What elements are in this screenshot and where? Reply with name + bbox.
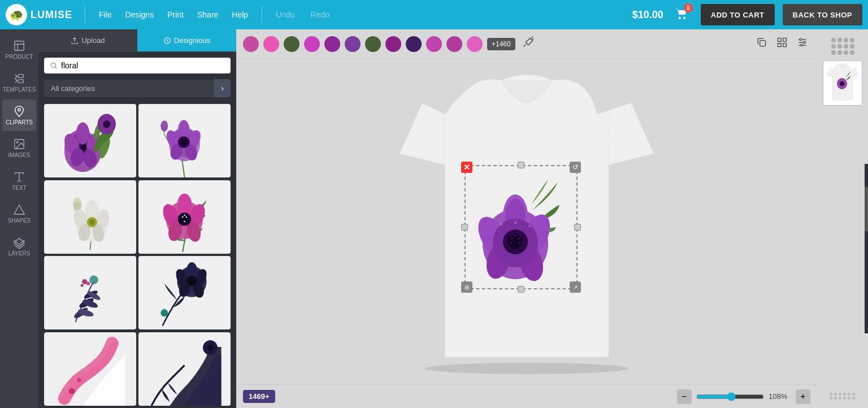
undo-button[interactable]: Undo [270,7,300,23]
svg-point-35 [180,139,187,146]
redo-button[interactable]: Redo [305,7,335,23]
svg-point-58 [184,220,185,222]
color-swatch[interactable] [324,36,340,52]
grid-dot [844,44,848,49]
sidebar-item-text[interactable]: TEXT [2,165,36,197]
designious-tab[interactable]: Designious [137,29,236,51]
color-swatch[interactable] [385,36,401,52]
svg-point-79 [77,377,81,382]
grid-dot [844,38,848,42]
preview-thumbnail[interactable] [823,60,862,106]
navbar: 🐢 LUMISE File Designs Print Share Help U… [0,0,868,29]
zoom-out-button[interactable]: − [677,389,692,404]
svg-point-105 [511,238,513,240]
svg-point-93 [801,44,802,46]
sidebar-item-images[interactable]: IMAGES [2,132,36,164]
clipart-item[interactable] [44,180,136,254]
svg-rect-83 [760,41,766,46]
sidebar-item-product[interactable]: PRODUCT [2,34,36,66]
sidebar-item-cliparts[interactable]: CLIPARTS [2,99,36,131]
categories-dropdown[interactable]: All categories [44,80,214,97]
grid-view-button[interactable] [774,34,790,53]
color-swatch[interactable] [263,36,279,52]
magic-wand-button[interactable] [522,36,535,51]
view-controls [754,34,810,53]
color-swatch[interactable] [365,36,381,52]
grid-dot-sm [834,397,837,400]
grid-dot [850,44,854,49]
grid-dot-sm [843,393,846,396]
color-swatch[interactable] [345,36,361,52]
grid-dots-bottom [830,393,856,400]
clipart-item[interactable] [138,256,231,329]
clipart-item[interactable] [44,256,136,329]
color-swatch[interactable] [406,36,422,52]
svg-point-110 [500,223,502,225]
grid-dot-sm [852,393,855,396]
share-menu[interactable]: Share [192,7,224,23]
logo-area: 🐢 LUMISE [6,4,72,25]
categories-arrow[interactable]: › [214,79,231,97]
svg-point-76 [186,276,197,286]
svg-point-9 [51,63,55,67]
add-to-cart-button[interactable]: ADD TO CART [701,4,775,25]
color-swatch[interactable] [426,36,442,52]
svg-point-68 [81,284,84,287]
clipart-item[interactable] [44,104,136,177]
grid-dot [837,44,842,49]
grid-dot-sm [839,397,841,400]
svg-rect-3 [18,75,23,78]
back-to-shop-button[interactable]: BACK TO SHOP [783,4,862,25]
print-menu[interactable]: Print [162,7,189,23]
svg-point-0 [679,17,681,19]
cart-button[interactable]: 0 [672,6,691,24]
color-swatch[interactable] [446,36,462,52]
copy-view-button[interactable] [754,34,770,53]
svg-point-26 [160,120,168,132]
nav-menu: File Designs Print Share Help [93,7,254,23]
svg-rect-2 [15,41,24,51]
svg-point-82 [207,345,213,350]
design-element[interactable]: ✕ ↺ ⊞ ↗ [465,165,578,289]
clipart-item[interactable] [44,332,136,406]
color-swatch[interactable] [467,36,483,52]
svg-point-66 [82,279,87,284]
color-swatch[interactable] [304,36,320,52]
search-icon [50,62,58,70]
grid-dot [850,38,854,42]
zoom-label: 108% [769,392,791,401]
clipart-item[interactable] [138,104,231,177]
categories-bar: All categories › [38,79,236,102]
logo-icon: 🐢 [6,4,27,25]
grid-dot [850,50,854,55]
clipart-item[interactable] [138,180,231,254]
search-bar [38,52,236,79]
grid-dot-sm [834,393,837,396]
svg-point-25 [103,120,110,128]
svg-point-107 [515,235,517,237]
svg-rect-84 [778,38,782,42]
grid-dots-top [831,38,854,55]
grid-dot [831,44,836,49]
more-colors-button[interactable]: +1460 [487,38,515,50]
grid-dot [831,50,836,55]
color-swatch[interactable] [284,36,300,52]
sidebar-item-layers[interactable]: LAYERS [2,231,36,262]
zoom-slider[interactable] [696,392,764,401]
grid-dot [844,50,848,55]
help-menu[interactable]: Help [226,7,254,23]
sidebar-item-shapes[interactable]: SHAPES [2,198,36,229]
clipart-item[interactable] [138,332,231,406]
svg-point-114 [840,81,844,86]
svg-point-77 [160,309,168,316]
zoom-in-button[interactable]: + [796,389,810,404]
file-menu[interactable]: File [93,7,118,23]
color-swatch[interactable] [243,36,259,52]
tshirt-canvas[interactable]: ✕ ↺ ⊞ ↗ [236,59,817,384]
upload-tab[interactable]: Upload [38,29,137,51]
sidebar-item-templates[interactable]: TEMPLATES [2,67,36,98]
svg-point-91 [800,38,801,40]
search-input[interactable] [61,61,225,70]
designs-menu[interactable]: Designs [120,7,160,23]
settings-view-button[interactable] [795,34,810,53]
